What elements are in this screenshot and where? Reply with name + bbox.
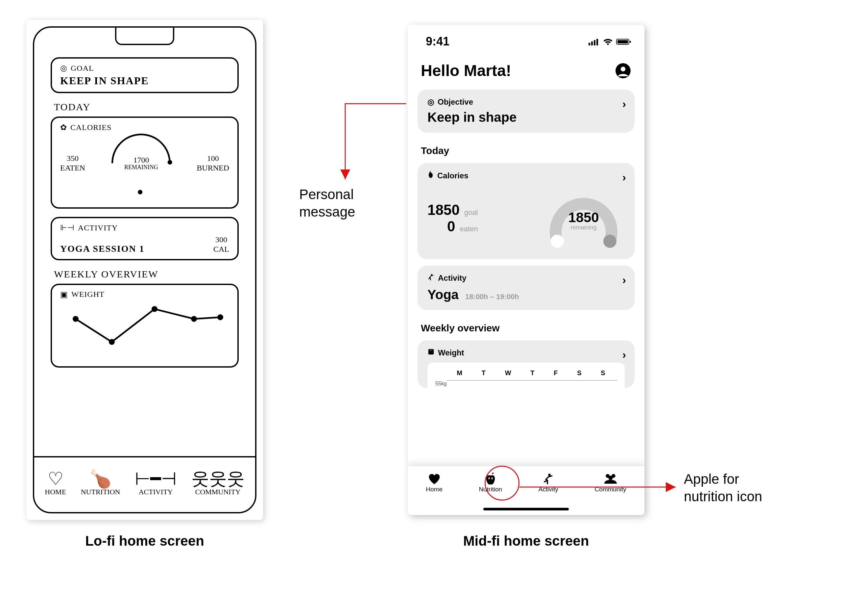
svg-point-0 [73,316,78,322]
eaten-label: EATEN [60,163,85,173]
caption-midfi: Mid-fi home screen [446,533,607,549]
svg-rect-6 [591,41,593,46]
heart-icon [426,472,443,486]
goal-value: 1850 [427,202,460,218]
weekly-heading: Weekly overview [408,317,644,334]
annotation-circle-icon [485,466,520,500]
tab-nutrition-label: NUTRITION [81,488,120,496]
status-bar: 9:41 [408,25,644,48]
calories-label: CALORIES [70,123,111,132]
drumstick-icon: 🍗 [81,470,120,488]
tab-bar: ♡ HOME 🍗 NUTRITION ⊢━⊣ ACTIVITY 웃웃웃 COMM… [34,456,255,512]
svg-point-15 [603,235,617,248]
tab-home-label: HOME [45,488,66,496]
svg-point-24 [608,475,613,480]
burned-value: 100 [196,154,229,163]
chevron-right-icon: › [622,274,626,286]
tab-community-label: Community [595,486,626,493]
objective-value: Keep in shape [427,110,625,125]
exercise-icon [539,472,558,486]
activity-card[interactable]: Activity › Yoga 18:00h – 19:00h [418,266,635,310]
svg-point-2 [152,306,158,312]
remaining-label: remaining [570,224,596,231]
objective-card[interactable]: ◎ Objective › Keep in shape [418,90,635,133]
chevron-right-icon: › [622,98,626,110]
svg-rect-8 [596,39,598,46]
tab-community-label: COMMUNITY [191,488,245,496]
eaten-label: eaten [460,225,478,233]
tab-activity[interactable]: ⊢━⊣ ACTIVITY [135,470,177,496]
weight-label: Weight [438,348,464,357]
tab-community[interactable]: Community [595,472,626,493]
activity-card[interactable]: ⊩⊣ ACTIVITY YOGA SESSION 1 300 CAL [51,217,239,260]
group-icon [595,472,626,486]
lofi-home-screen: ◎ GOAL KEEP IN SHAPE TODAY ✿ CALORIES 35… [26,20,263,520]
person-circle-icon [615,62,631,79]
today-heading: Today [408,139,644,156]
activity-name: Yoga [427,287,459,302]
remaining-label: REMAINING [124,164,158,171]
svg-point-13 [621,67,626,71]
notch-icon [115,27,174,45]
profile-button[interactable] [615,62,631,79]
target-icon: ◎ [60,64,67,73]
people-icon: 웃웃웃 [191,470,245,488]
weight-chart-icon [60,299,229,352]
goal-card[interactable]: ◎ GOAL KEEP IN SHAPE [51,57,239,93]
tab-activity[interactable]: Activity [539,472,558,493]
tab-home[interactable]: ♡ HOME [45,470,66,496]
tab-activity-label: Activity [539,486,558,493]
barbell-icon: ⊢━⊣ [135,470,177,488]
dumbbell-icon: ⊩⊣ [60,223,75,232]
greeting: Hello Marta! [421,62,511,80]
svg-point-3 [191,316,197,322]
burned-label: BURNED [196,163,229,173]
goal-label: goal [464,208,478,217]
calories-label: Calories [437,171,468,181]
goal-label: GOAL [71,64,94,73]
tab-nutrition[interactable]: 🍗 NUTRITION [81,470,120,496]
chevron-right-icon: › [622,348,626,361]
activity-cal-value: 300 [213,235,229,244]
chevron-right-icon: › [622,171,626,184]
weekly-heading: WEEKLY OVERVIEW [54,269,239,280]
calories-gauge-icon: 1700 REMAINING [99,121,183,205]
today-heading: TODAY [54,101,239,112]
svg-rect-7 [594,40,595,46]
weight-axis-label: 55kg [427,381,625,387]
tab-home-label: Home [426,486,443,493]
objective-label: Objective [438,98,473,107]
midfi-home-screen: 9:41 Hello Marta! ◎ Objec [408,25,644,515]
flame-icon [427,171,434,181]
activity-time: 18:00h – 19:00h [465,293,519,301]
scale-icon: ▣ [60,290,68,299]
activity-label: Activity [438,274,466,283]
weight-card[interactable]: ▣ WEIGHT [51,284,239,368]
svg-point-14 [551,235,564,248]
tab-bar: Home Nutrition Activity Community [408,466,644,515]
tab-community[interactable]: 웃웃웃 COMMUNITY [191,470,245,496]
caption-lofi: Lo-fi home screen [67,533,222,549]
wifi-icon [603,34,613,48]
activity-name: YOGA SESSION 1 [60,244,145,254]
svg-rect-10 [617,40,628,43]
svg-rect-5 [589,43,590,46]
remaining-value: 1850 [568,210,599,225]
scale-icon [427,348,435,357]
svg-rect-11 [630,41,631,43]
svg-point-4 [217,314,223,320]
tab-home[interactable]: Home [426,472,443,493]
home-icon: ♡ [45,470,66,488]
target-icon: ◎ [427,98,434,107]
calories-card[interactable]: ✿ CALORIES 350 EATEN 1700 REMAINING [51,117,239,209]
calories-gauge-icon: 1850 remaining [542,185,625,251]
annotation-personal-message: Personal message [299,186,355,221]
tab-activity-label: ACTIVITY [135,488,177,496]
home-indicator-icon[interactable] [483,508,569,511]
weight-card[interactable]: Weight › M T W T F S S 55kg [418,340,635,388]
annotation-nutrition-icon: Apple for nutrition icon [684,471,762,505]
cellular-icon [589,34,600,48]
activity-cal-label: CAL [213,244,229,254]
svg-rect-17 [428,349,434,355]
calories-card[interactable]: Calories › 1850 goal 0 eaten [418,163,635,259]
